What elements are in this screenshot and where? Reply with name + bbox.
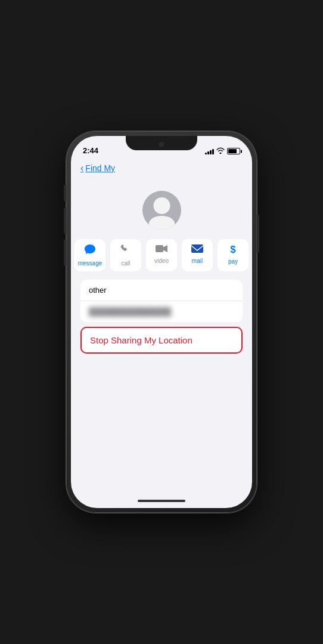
signal-bar-2 bbox=[207, 151, 209, 154]
power-button bbox=[257, 215, 259, 253]
wifi-icon bbox=[216, 147, 225, 155]
nav-bar: ‹ Find My bbox=[71, 157, 252, 179]
video-icon bbox=[155, 244, 168, 255]
avatar-person-svg bbox=[142, 191, 181, 230]
signal-bar-4 bbox=[212, 149, 214, 154]
status-time: 2:44 bbox=[83, 146, 98, 155]
back-button[interactable]: ‹ Find My bbox=[80, 163, 115, 173]
signal-bars bbox=[205, 148, 214, 154]
mail-button[interactable]: mail bbox=[182, 239, 213, 271]
avatar bbox=[142, 191, 181, 230]
contact-label: other bbox=[89, 286, 107, 295]
contact-phone-row: ███████████████ bbox=[80, 301, 243, 322]
mail-icon bbox=[191, 244, 204, 255]
camera bbox=[159, 142, 164, 147]
phone-frame: 2:44 bbox=[66, 131, 257, 513]
mute-button bbox=[64, 185, 66, 202]
volume-down-button bbox=[64, 240, 66, 266]
info-card: other ███████████████ bbox=[80, 280, 243, 322]
svg-point-0 bbox=[153, 197, 170, 214]
svg-rect-3 bbox=[191, 244, 203, 253]
notch bbox=[126, 136, 197, 150]
avatar-section bbox=[71, 184, 252, 239]
call-button[interactable]: call bbox=[110, 239, 141, 271]
message-button[interactable]: message bbox=[74, 239, 105, 271]
back-label: Find My bbox=[85, 163, 115, 173]
signal-bar-1 bbox=[205, 153, 207, 154]
volume-up-button bbox=[64, 208, 66, 234]
battery-icon bbox=[227, 148, 240, 154]
call-label: call bbox=[121, 260, 130, 267]
phone-screen: 2:44 bbox=[71, 136, 252, 508]
back-chevron-icon: ‹ bbox=[80, 163, 83, 173]
stop-sharing-card: Stop Sharing My Location bbox=[80, 327, 243, 354]
message-label: message bbox=[78, 260, 103, 267]
status-icons bbox=[205, 147, 240, 155]
pay-button[interactable]: $ pay bbox=[218, 239, 249, 271]
call-icon bbox=[120, 244, 131, 258]
action-buttons-row: message call bbox=[71, 239, 252, 280]
home-indicator bbox=[71, 496, 252, 508]
svg-point-1 bbox=[148, 216, 175, 230]
signal-bar-3 bbox=[210, 150, 212, 154]
message-icon bbox=[84, 244, 96, 258]
video-button[interactable]: video bbox=[146, 239, 177, 271]
video-label: video bbox=[154, 258, 169, 264]
pay-icon: $ bbox=[230, 244, 235, 256]
battery-fill bbox=[228, 149, 237, 153]
contact-phone: ███████████████ bbox=[89, 307, 171, 316]
home-pill bbox=[138, 500, 185, 502]
mail-label: mail bbox=[192, 258, 203, 264]
contact-label-row: other bbox=[80, 280, 243, 301]
stop-sharing-button[interactable]: Stop Sharing My Location bbox=[82, 328, 241, 352]
svg-rect-2 bbox=[156, 245, 163, 252]
content-area: message call bbox=[71, 179, 252, 496]
pay-label: pay bbox=[228, 258, 238, 265]
